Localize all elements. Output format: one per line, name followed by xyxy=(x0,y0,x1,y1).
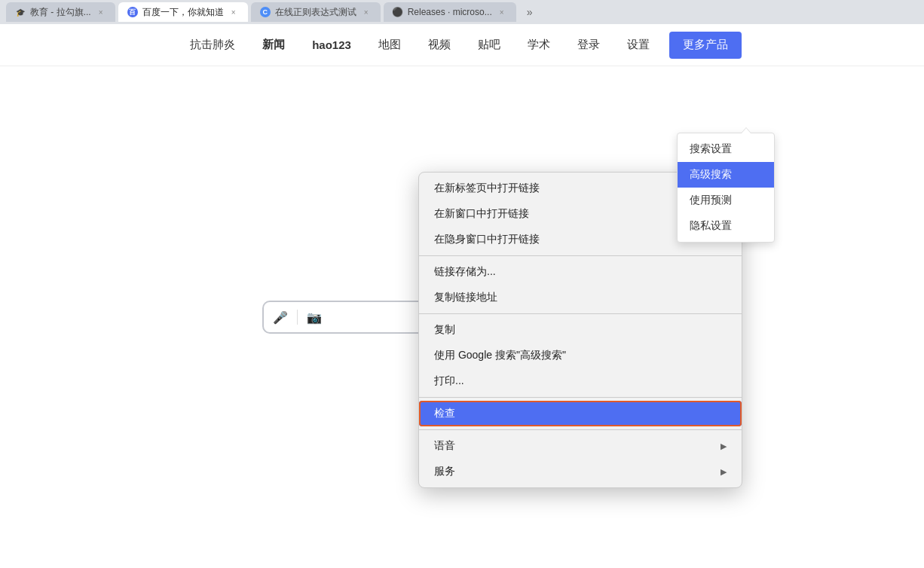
tab-releases-close[interactable]: × xyxy=(497,7,507,17)
ctx-sep-1 xyxy=(419,255,742,256)
service-submenu-arrow: ▶ xyxy=(721,467,727,477)
nav-news[interactable]: 新闻 xyxy=(249,24,298,66)
nav-ditu[interactable]: 地图 xyxy=(365,24,415,66)
ctx-sep-3 xyxy=(419,397,742,398)
tab-edu[interactable]: 🎓 教育 - 拉勾旗... × xyxy=(6,2,115,22)
ctx-sep-2 xyxy=(419,313,742,314)
nav-bar: 抗击肺炎 新闻 hao123 地图 视频 贴吧 学术 登录 设置 更多产品 xyxy=(0,24,924,66)
tab-baidu-close[interactable]: × xyxy=(228,7,239,17)
nav-kangji[interactable]: 抗击肺炎 xyxy=(176,24,249,66)
main-content: 🎤 📷 百度一下 搜索设置 高级搜索 使用预测 隐私设置 在新标签页中打开链接 … xyxy=(0,66,924,568)
ctx-copy-link[interactable]: 复制链接地址 xyxy=(419,285,742,310)
nav-tieba[interactable]: 贴吧 xyxy=(464,24,514,66)
nav-login[interactable]: 登录 xyxy=(564,24,613,66)
dropdown-arrow xyxy=(741,127,751,133)
ctx-save-link[interactable]: 链接存储为... xyxy=(419,259,742,285)
nav-more[interactable]: 更多产品 xyxy=(669,32,742,59)
search-divider xyxy=(297,310,298,325)
tab-releases-favicon: ⚫ xyxy=(393,7,403,17)
ctx-voice[interactable]: 语音 ▶ xyxy=(419,433,742,459)
ctx-google-search[interactable]: 使用 Google 搜索"高级搜索" xyxy=(419,343,742,368)
tab-baidu-label: 百度一下，你就知道 xyxy=(142,6,224,19)
tab-regex-close[interactable]: × xyxy=(361,7,372,17)
nav-xueshu[interactable]: 学术 xyxy=(514,24,564,66)
settings-prediction[interactable]: 使用预测 xyxy=(678,188,774,213)
voice-submenu-arrow: ▶ xyxy=(721,441,727,451)
ctx-print[interactable]: 打印... xyxy=(419,368,742,394)
ctx-service[interactable]: 服务 ▶ xyxy=(419,459,742,484)
tab-edu-favicon: 🎓 xyxy=(15,7,26,17)
settings-dropdown: 搜索设置 高级搜索 使用预测 隐私设置 xyxy=(677,133,775,243)
tab-more[interactable]: » xyxy=(522,5,537,20)
nav-shipin[interactable]: 视频 xyxy=(415,24,464,66)
tab-edu-close[interactable]: × xyxy=(96,7,106,17)
tab-releases-label: Releases · microso... xyxy=(408,7,492,17)
tab-bar: 🎓 教育 - 拉勾旗... × 百 百度一下，你就知道 × C 在线正则表达式测… xyxy=(0,0,924,24)
settings-search[interactable]: 搜索设置 xyxy=(678,136,774,162)
ctx-copy[interactable]: 复制 xyxy=(419,317,742,343)
ctx-inspect[interactable]: 检查 xyxy=(419,401,742,426)
tab-baidu-favicon: 百 xyxy=(127,7,138,17)
tab-regex-label: 在线正则表达式测试 xyxy=(275,6,356,19)
camera-icon[interactable]: 📷 xyxy=(307,310,322,325)
tab-edu-label: 教育 - 拉勾旗... xyxy=(30,6,91,19)
tab-releases[interactable]: ⚫ Releases · microso... × xyxy=(384,2,516,22)
ctx-sep-4 xyxy=(419,429,742,430)
nav-hao123[interactable]: hao123 xyxy=(298,24,365,66)
nav-settings[interactable]: 设置 xyxy=(613,24,663,66)
tab-baidu[interactable]: 百 百度一下，你就知道 × xyxy=(118,2,248,22)
settings-advanced[interactable]: 高级搜索 xyxy=(678,162,774,188)
mic-icon[interactable]: 🎤 xyxy=(273,310,288,325)
tab-regex-favicon: C xyxy=(260,7,271,17)
tab-regex[interactable]: C 在线正则表达式测试 × xyxy=(251,2,381,22)
settings-privacy[interactable]: 隐私设置 xyxy=(678,213,774,239)
